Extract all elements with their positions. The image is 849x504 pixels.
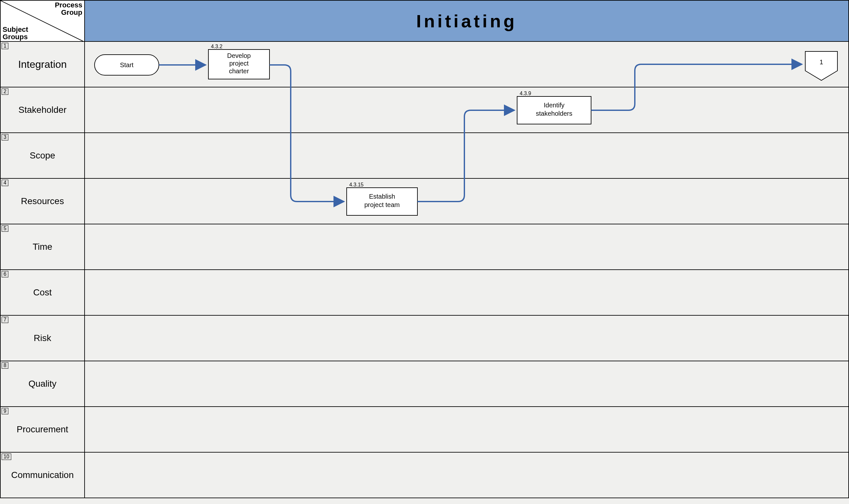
row-number: 3 xyxy=(2,134,8,141)
row-body xyxy=(85,361,849,407)
row-label-text: Time xyxy=(33,242,52,252)
row-number: 4 xyxy=(2,180,8,186)
row-number: 7 xyxy=(2,317,8,323)
row-label-text: Quality xyxy=(28,379,56,389)
row-number: 5 xyxy=(2,225,8,232)
row-number: 9 xyxy=(2,408,8,414)
row-number: 6 xyxy=(2,271,8,277)
row-number: 8 xyxy=(2,362,8,369)
row-label-text: Cost xyxy=(33,287,52,298)
row-label-text: Integration xyxy=(18,58,67,70)
row-label: 8Quality xyxy=(0,361,85,407)
row-label: 4Resources xyxy=(0,179,85,224)
row-number: 1 xyxy=(2,43,8,49)
row-label-text: Communication xyxy=(11,470,74,480)
row-label-text: Resources xyxy=(21,196,64,206)
row-label: 3Scope xyxy=(0,133,85,179)
row-body xyxy=(85,270,849,316)
axis-label-process-group: ProcessGroup xyxy=(55,1,82,16)
row-body xyxy=(85,224,849,270)
row-body xyxy=(85,316,849,361)
row-label: 2Stakeholder xyxy=(0,87,85,133)
row-body xyxy=(85,407,849,453)
row-label: 10Communication xyxy=(0,453,85,498)
row-label: 1Integration xyxy=(0,42,85,87)
process-group-title: Initiating xyxy=(85,0,849,42)
row-label-text: Risk xyxy=(34,333,51,343)
row-body xyxy=(85,87,849,133)
row-number: 10 xyxy=(2,453,11,460)
row-body xyxy=(85,179,849,224)
row-label-text: Procurement xyxy=(17,424,68,435)
row-body xyxy=(85,42,849,87)
swimlane-canvas: ProcessGroup SubjectGroups Initiating 1I… xyxy=(0,0,849,504)
row-label: 6Cost xyxy=(0,270,85,316)
row-label: 7Risk xyxy=(0,316,85,361)
row-label-text: Scope xyxy=(30,150,55,161)
row-number: 2 xyxy=(2,88,8,95)
row-body xyxy=(85,453,849,498)
row-label-text: Stakeholder xyxy=(18,105,66,115)
row-label: 5Time xyxy=(0,224,85,270)
row-label: 9Procurement xyxy=(0,407,85,453)
axis-label-subject-groups: SubjectGroups xyxy=(3,26,28,40)
corner-header-cell: ProcessGroup SubjectGroups xyxy=(0,0,85,42)
row-body xyxy=(85,133,849,179)
